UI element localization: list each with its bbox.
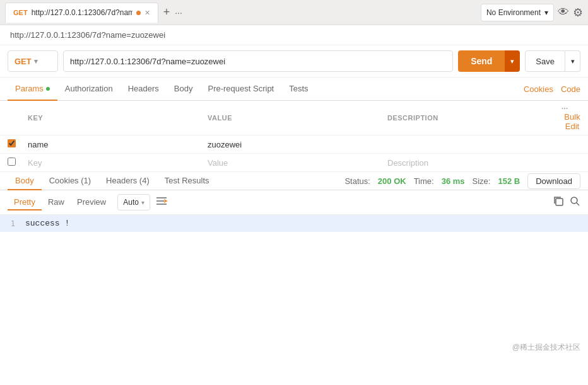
- active-tab[interactable]: GET http://127.0.0.1:12306/7d?name= ✕: [5, 3, 158, 23]
- size-label: Size:: [473, 176, 491, 186]
- resp-tab-cookies[interactable]: Cookies (1): [42, 172, 98, 190]
- time-value: 36 ms: [442, 176, 465, 186]
- resp-tab-headers[interactable]: Headers (4): [98, 172, 157, 190]
- fmt-tab-pretty[interactable]: Pretty: [8, 195, 42, 210]
- empty-checkbox-cell[interactable]: [0, 154, 23, 172]
- response-status-bar: Status: 200 OK Time: 36 ms Size: 152 B D…: [344, 173, 580, 189]
- params-more-header: ··· Bulk Edit: [556, 101, 588, 135]
- response-body-code-area: 1 success ! @稀土掘金技术社区: [0, 215, 588, 358]
- copy-icon-button[interactable]: [553, 195, 564, 209]
- status-value: 200 OK: [378, 176, 406, 186]
- value-placeholder: Value: [208, 158, 228, 168]
- fmt-tab-raw[interactable]: Raw: [42, 195, 71, 210]
- search-icon-button[interactable]: [569, 195, 580, 209]
- more-tabs-button[interactable]: ···: [175, 8, 182, 18]
- resp-tab-test-results[interactable]: Test Results: [157, 172, 217, 190]
- format-select[interactable]: Auto ▾: [117, 194, 150, 210]
- fmt-icons: [553, 195, 580, 209]
- empty-desc-cell[interactable]: Description: [382, 154, 556, 172]
- empty-key-cell[interactable]: Key: [23, 154, 203, 172]
- breadcrumb-text: http://127.0.0.1:12306/7d?name=zuozewei: [10, 30, 165, 40]
- chevron-down-icon: ▾: [544, 8, 548, 17]
- cookies-link[interactable]: Cookies: [524, 84, 553, 94]
- tab-method-label: GET: [13, 9, 28, 16]
- env-selected-label: No Environment: [486, 8, 541, 17]
- empty-row-checkbox[interactable]: [8, 158, 16, 166]
- row-key-cell: name: [23, 135, 203, 154]
- req-tab-right: Cookies Code: [524, 84, 580, 94]
- tab-headers[interactable]: Headers: [121, 78, 167, 101]
- tab-params[interactable]: Params: [8, 78, 57, 101]
- response-tabs-bar: Body Cookies (1) Headers (4) Test Result…: [0, 172, 588, 190]
- method-label: GET: [15, 57, 32, 66]
- row-value-value: zuozewei: [208, 140, 242, 149]
- tab-bar: GET http://127.0.0.1:12306/7d?name= ✕ + …: [0, 0, 588, 25]
- params-value-header: VALUE: [203, 101, 382, 135]
- method-arrow: ▾: [34, 57, 38, 66]
- format-bar: Pretty Raw Preview Auto ▾: [0, 190, 588, 215]
- save-button[interactable]: Save: [525, 50, 565, 72]
- row-checkbox[interactable]: [8, 139, 16, 147]
- params-dot: [46, 87, 50, 91]
- code-line: 1 success !: [0, 215, 588, 232]
- row-key-value: name: [28, 140, 49, 149]
- key-placeholder: Key: [28, 158, 42, 168]
- save-button-group: Save ▾: [525, 50, 580, 72]
- request-tabs: Params Authorization Headers Body Pre-re…: [0, 78, 588, 101]
- tab-modified-dot: [136, 11, 141, 15]
- add-tab-button[interactable]: +: [161, 6, 173, 19]
- three-dots-icon[interactable]: ···: [562, 105, 568, 112]
- line-number: 1: [0, 217, 23, 228]
- table-row: name zuozewei: [0, 135, 588, 154]
- table-row-empty: Key Value Description: [0, 154, 588, 172]
- url-bar: GET ▾ Send ▾ Save ▾: [0, 45, 588, 78]
- svg-line-5: [577, 203, 579, 205]
- send-button-group: Send ▾: [458, 50, 520, 72]
- bulk-edit-button[interactable]: Bulk Edit: [562, 112, 583, 131]
- method-select[interactable]: GET ▾: [8, 50, 58, 72]
- params-section: KEY VALUE DESCRIPTION ··· Bulk Edit name: [0, 101, 588, 172]
- params-table: KEY VALUE DESCRIPTION ··· Bulk Edit name: [0, 101, 588, 172]
- tab-pre-request-script[interactable]: Pre-request Script: [200, 78, 281, 101]
- url-input[interactable]: [63, 50, 453, 72]
- status-label: Status:: [344, 176, 370, 186]
- line-content: success !: [23, 217, 72, 229]
- tab-authorization[interactable]: Authorization: [57, 78, 121, 101]
- row-checkbox-cell[interactable]: [0, 135, 23, 154]
- params-key-header: KEY: [23, 101, 203, 135]
- params-description-header: DESCRIPTION: [382, 101, 556, 135]
- code-empty-area: [0, 232, 588, 358]
- size-value: 152 B: [498, 176, 520, 186]
- time-label: Time:: [414, 176, 434, 186]
- format-arrow-icon: ▾: [141, 199, 144, 206]
- svg-point-4: [571, 197, 577, 204]
- desc-placeholder: Description: [387, 158, 428, 168]
- resp-tab-body[interactable]: Body: [8, 172, 42, 190]
- empty-actions-cell: [556, 154, 588, 172]
- send-dropdown-button[interactable]: ▾: [505, 50, 520, 72]
- save-dropdown-button[interactable]: ▾: [565, 50, 580, 72]
- eye-icon[interactable]: 👁: [558, 6, 569, 19]
- watermark: @稀土掘金技术社区: [512, 342, 580, 353]
- gear-icon[interactable]: ⚙: [573, 6, 583, 20]
- params-checkbox-header: [0, 101, 23, 135]
- tab-tests[interactable]: Tests: [281, 78, 315, 101]
- breadcrumb: http://127.0.0.1:12306/7d?name=zuozewei: [0, 25, 588, 45]
- fmt-tab-preview[interactable]: Preview: [71, 195, 112, 210]
- tab-body[interactable]: Body: [167, 78, 201, 101]
- send-button[interactable]: Send: [458, 50, 505, 72]
- format-select-value: Auto: [123, 198, 139, 207]
- code-link[interactable]: Code: [561, 84, 580, 94]
- row-actions-cell: [556, 135, 588, 154]
- env-section: No Environment ▾ 👁 ⚙: [481, 4, 583, 21]
- download-button[interactable]: Download: [527, 173, 580, 189]
- tab-close-icon[interactable]: ✕: [144, 9, 150, 17]
- svg-rect-3: [556, 198, 563, 205]
- wrap-icon-button[interactable]: [155, 195, 168, 210]
- row-desc-cell: [382, 135, 556, 154]
- empty-value-cell[interactable]: Value: [203, 154, 382, 172]
- tab-url-label: http://127.0.0.1:12306/7d?name=: [32, 8, 132, 17]
- row-value-cell: zuozewei: [203, 135, 382, 154]
- environment-select[interactable]: No Environment ▾: [481, 4, 554, 21]
